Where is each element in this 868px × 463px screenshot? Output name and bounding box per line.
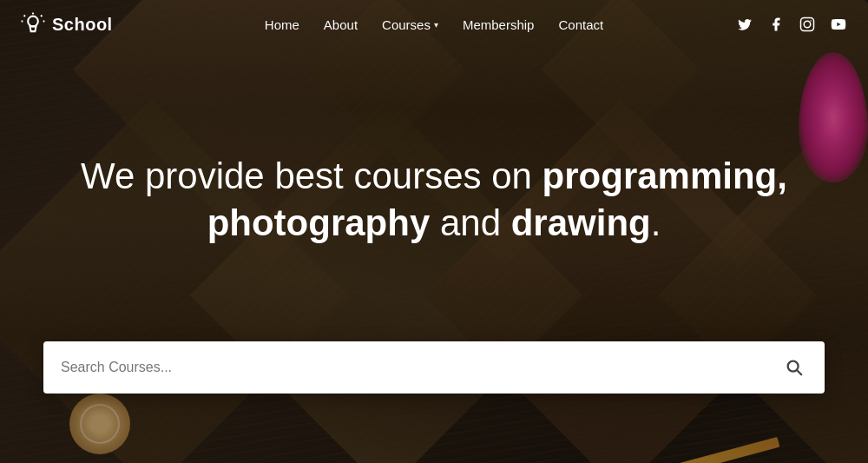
- nav-center: Home About Courses ▾ Membership Contact: [265, 17, 603, 32]
- nav-about[interactable]: About: [324, 17, 358, 32]
- search-bar: [43, 341, 825, 394]
- youtube-icon[interactable]: [830, 16, 847, 33]
- hero-content: We provide best courses on programming, …: [61, 153, 807, 275]
- hero-and: and: [430, 203, 510, 244]
- flower-decoration: [799, 52, 868, 182]
- hero-heading: We provide best courses on programming, …: [61, 153, 807, 248]
- hero-bold1: programming,: [542, 155, 787, 196]
- svg-line-11: [797, 370, 801, 374]
- svg-point-0: [28, 17, 38, 27]
- search-container: [43, 341, 825, 394]
- svg-point-7: [804, 21, 811, 28]
- bottom-decoration: [0, 394, 868, 463]
- nav-social-icons: [736, 16, 847, 33]
- brand-name: School: [52, 15, 113, 35]
- navbar: School Home About Courses ▾ Membership C…: [0, 0, 868, 49]
- nav-courses[interactable]: Courses ▾: [382, 17, 438, 32]
- hero-bold3: drawing: [511, 203, 651, 244]
- nav-left: School: [21, 12, 113, 36]
- nav-home[interactable]: Home: [265, 17, 299, 32]
- svg-line-2: [24, 16, 25, 17]
- hero-heading-part1: We provide best courses on: [81, 155, 542, 196]
- svg-point-8: [810, 20, 812, 22]
- search-input[interactable]: [61, 360, 771, 375]
- facebook-icon[interactable]: [767, 16, 785, 33]
- search-icon: [785, 358, 804, 377]
- courses-dropdown-arrow: ▾: [434, 20, 438, 30]
- twitter-icon[interactable]: [736, 16, 753, 33]
- search-button[interactable]: [781, 354, 807, 380]
- nav-contact[interactable]: Contact: [558, 17, 603, 32]
- lightbulb-icon: [21, 12, 45, 36]
- brand-logo[interactable]: School: [21, 12, 113, 36]
- hero-period: .: [651, 203, 661, 244]
- svg-line-3: [41, 16, 42, 17]
- hero-bold2: photography: [207, 203, 431, 244]
- svg-rect-6: [801, 18, 814, 31]
- pencil-decoration: [627, 437, 780, 463]
- clock-decoration: [69, 394, 130, 454]
- instagram-icon[interactable]: [799, 16, 816, 33]
- nav-membership[interactable]: Membership: [463, 17, 535, 32]
